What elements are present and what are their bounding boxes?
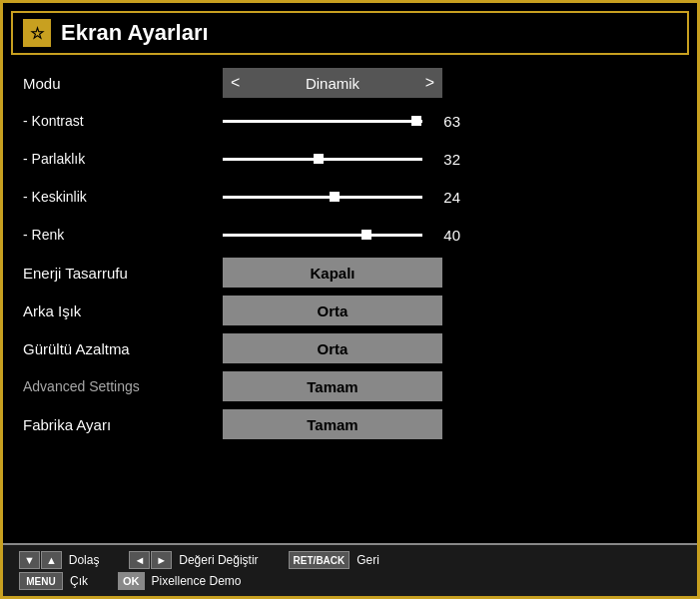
- nav-geri: RET/BACK Geri: [289, 551, 379, 569]
- slider-track-renk[interactable]: [223, 234, 422, 237]
- nav-key-retback: RET/BACK: [289, 551, 350, 569]
- nav-deger: ◄ ► Değeri Değiştir: [129, 551, 258, 569]
- slider-value-kontrast: 63: [432, 113, 460, 130]
- setting-row-keskinlik: - Keskinlik 24: [23, 179, 677, 215]
- nav-key-menu: MENU: [19, 572, 63, 590]
- setting-row-renk: - Renk 40: [23, 217, 677, 253]
- title-bar: ☆ Ekran Ayarları: [11, 11, 689, 55]
- title-icon: ☆: [23, 19, 51, 47]
- key-up[interactable]: ▲: [41, 551, 62, 569]
- page-title: Ekran Ayarları: [61, 20, 209, 46]
- setting-row-fabrika: Fabrika Ayarı Tamam: [23, 406, 677, 442]
- slider-renk: 40: [223, 227, 677, 244]
- button-arka[interactable]: Orta: [223, 296, 442, 325]
- main-window: ☆ Ekran Ayarları Modu < Dinamik > - Kont…: [0, 0, 700, 599]
- label-modu: Modu: [23, 75, 223, 92]
- mode-value: Dinamik: [248, 68, 416, 98]
- key-retback[interactable]: RET/BACK: [289, 551, 350, 569]
- slider-thumb-renk: [361, 230, 371, 240]
- label-arka: Arka Işık: [23, 302, 223, 319]
- setting-row-parlaklik: - Parlaklık 32: [23, 141, 677, 177]
- setting-row-kontrast: - Kontrast 63: [23, 103, 677, 139]
- slider-track-kontrast[interactable]: [223, 120, 422, 123]
- key-left[interactable]: ◄: [129, 551, 150, 569]
- label-geri: Geri: [356, 553, 379, 567]
- nav-key-ok: OK: [118, 572, 145, 590]
- label-kontrast: - Kontrast: [23, 113, 223, 129]
- slider-track-parlaklik[interactable]: [223, 158, 422, 161]
- slider-keskinlik: 24: [223, 189, 677, 206]
- label-cik: Çık: [70, 574, 88, 588]
- label-keskinlik: - Keskinlik: [23, 189, 223, 205]
- button-advanced[interactable]: Tamam: [223, 371, 442, 401]
- nav-key-updown: ▼ ▲: [19, 551, 62, 569]
- label-fabrika: Fabrika Ayarı: [23, 416, 223, 433]
- nav-ok: OK Pixellence Demo: [118, 572, 242, 590]
- setting-row-enerji: Enerji Tasarrufu Kapalı: [23, 255, 677, 291]
- slider-thumb-kontrast: [411, 116, 421, 126]
- bottom-row-2: MENU Çık OK Pixellence Demo: [19, 572, 681, 590]
- bottom-bar: ▼ ▲ Dolaş ◄ ► Değeri Değiştir RET/BACK: [3, 543, 697, 596]
- slider-thumb-parlaklik: [314, 154, 324, 164]
- bottom-row-1: ▼ ▲ Dolaş ◄ ► Değeri Değiştir RET/BACK: [19, 551, 681, 569]
- content-area: ☆ Ekran Ayarları Modu < Dinamik > - Kont…: [3, 3, 697, 596]
- setting-row-advanced: Advanced Settings Tamam: [23, 368, 677, 404]
- slider-kontrast: 63: [223, 113, 677, 130]
- slider-value-renk: 40: [432, 227, 460, 244]
- key-right[interactable]: ►: [151, 551, 172, 569]
- label-renk: - Renk: [23, 227, 223, 243]
- label-deger: Değeri Değiştir: [179, 553, 258, 567]
- setting-row-arka: Arka Işık Orta: [23, 293, 677, 328]
- slider-track-keskinlik[interactable]: [223, 196, 422, 199]
- settings-area: Modu < Dinamik > - Kontrast 63: [3, 59, 697, 543]
- mode-prev-button[interactable]: <: [223, 68, 248, 98]
- label-advanced: Advanced Settings: [23, 378, 223, 394]
- mode-next-button[interactable]: >: [417, 68, 442, 98]
- setting-row-gurultu: Gürültü Azaltma Orta: [23, 330, 677, 366]
- nav-key-leftright: ◄ ►: [129, 551, 172, 569]
- label-gurultu: Gürültü Azaltma: [23, 340, 223, 357]
- key-ok[interactable]: OK: [118, 572, 145, 590]
- key-down[interactable]: ▼: [19, 551, 40, 569]
- key-menu[interactable]: MENU: [19, 572, 63, 590]
- slider-parlaklik: 32: [223, 151, 677, 168]
- label-enerji: Enerji Tasarrufu: [23, 265, 223, 282]
- button-fabrika[interactable]: Tamam: [223, 409, 442, 439]
- slider-value-keskinlik: 24: [432, 189, 460, 206]
- nav-menu: MENU Çık: [19, 572, 88, 590]
- slider-thumb-keskinlik: [330, 192, 340, 202]
- label-parlaklik: - Parlaklık: [23, 151, 223, 167]
- button-gurultu[interactable]: Orta: [223, 333, 442, 363]
- mode-selector: < Dinamik >: [223, 68, 442, 98]
- nav-dolaz: ▼ ▲ Dolaş: [19, 551, 99, 569]
- label-pixellence: Pixellence Demo: [152, 574, 242, 588]
- label-dolaz: Dolaş: [69, 553, 100, 567]
- button-enerji[interactable]: Kapalı: [223, 258, 442, 288]
- setting-row-modu: Modu < Dinamik >: [23, 65, 677, 101]
- slider-value-parlaklik: 32: [432, 151, 460, 168]
